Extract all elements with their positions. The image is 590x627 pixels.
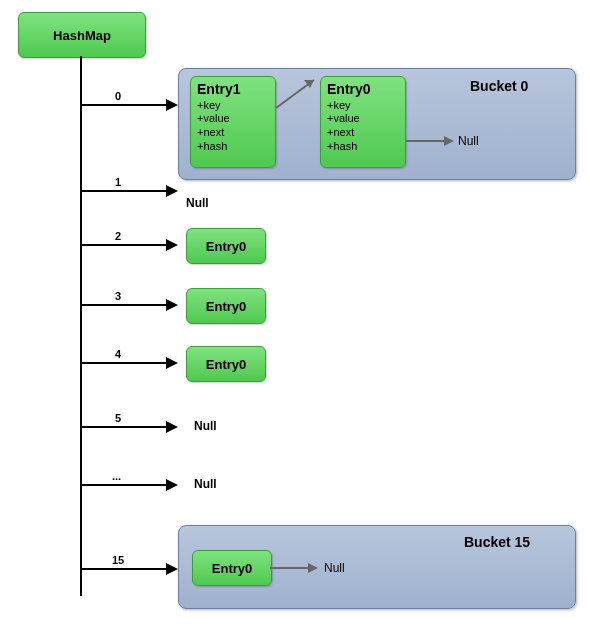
index-label-2: 2 [115, 230, 121, 242]
entry1-node: Entry1 +key +value +next +hash [190, 76, 276, 168]
row5-null: Null [194, 419, 217, 433]
null-bucket0: Null [458, 134, 479, 148]
arrow-head-entry0-null [444, 136, 454, 146]
entry0-row4-label: Entry0 [206, 357, 246, 372]
hashmap-title: HashMap [53, 28, 111, 43]
arrow-head-15 [166, 563, 178, 575]
entry0-field-hash: +hash [327, 140, 399, 154]
arrow-15 [82, 568, 166, 570]
arrow-entry0-to-null [406, 140, 444, 142]
entry0-node-bucket0: Entry0 +key +value +next +hash [320, 76, 406, 168]
index-label-0: 0 [115, 90, 121, 102]
tree-stem [80, 56, 82, 596]
index-label-dots: ... [112, 470, 121, 482]
arrow-entry1-to-entry0 [274, 72, 322, 112]
null-bucket15: Null [324, 561, 345, 575]
index-label-1: 1 [115, 176, 121, 188]
entry0-field-value: +value [327, 112, 399, 126]
entry0-row3: Entry0 [186, 288, 266, 324]
entry1-field-next: +next [197, 126, 269, 140]
arrow-head-4 [166, 357, 178, 369]
arrow-bucket15-null [270, 567, 308, 569]
arrow-1 [82, 190, 166, 192]
entry0-title: Entry0 [327, 81, 399, 99]
index-label-3: 3 [115, 290, 121, 302]
arrow-head-2 [166, 239, 178, 251]
entry0-row2-label: Entry0 [206, 239, 246, 254]
entry0-bucket15-label: Entry0 [212, 561, 252, 576]
arrow-3 [82, 304, 166, 306]
bucket-15-label: Bucket 15 [464, 534, 530, 550]
index-label-15: 15 [112, 554, 124, 566]
entry0-bucket15: Entry0 [192, 550, 272, 586]
arrow-4 [82, 362, 166, 364]
arrow-5 [82, 426, 166, 428]
hashmap-node: HashMap [18, 12, 146, 58]
index-label-4: 4 [115, 348, 121, 360]
rowdots-null: Null [194, 477, 217, 491]
bucket-0-label: Bucket 0 [470, 78, 528, 94]
arrow-head-dots [166, 479, 178, 491]
arrow-head-bucket15-null [308, 563, 318, 573]
entry0-row3-label: Entry0 [206, 299, 246, 314]
index-label-5: 5 [115, 412, 121, 424]
entry0-row2: Entry0 [186, 228, 266, 264]
row1-null: Null [186, 196, 209, 210]
entry1-field-hash: +hash [197, 140, 269, 154]
entry1-field-key: +key [197, 99, 269, 113]
entry1-title: Entry1 [197, 81, 269, 99]
arrow-0 [82, 104, 166, 106]
arrow-head-5 [166, 421, 178, 433]
entry0-field-key: +key [327, 99, 399, 113]
arrow-head-1 [166, 185, 178, 197]
entry0-row4: Entry0 [186, 346, 266, 382]
arrow-head-3 [166, 299, 178, 311]
arrow-dots [82, 484, 166, 486]
arrow-head-0 [166, 99, 178, 111]
entry0-field-next: +next [327, 126, 399, 140]
arrow-2 [82, 244, 166, 246]
entry1-field-value: +value [197, 112, 269, 126]
